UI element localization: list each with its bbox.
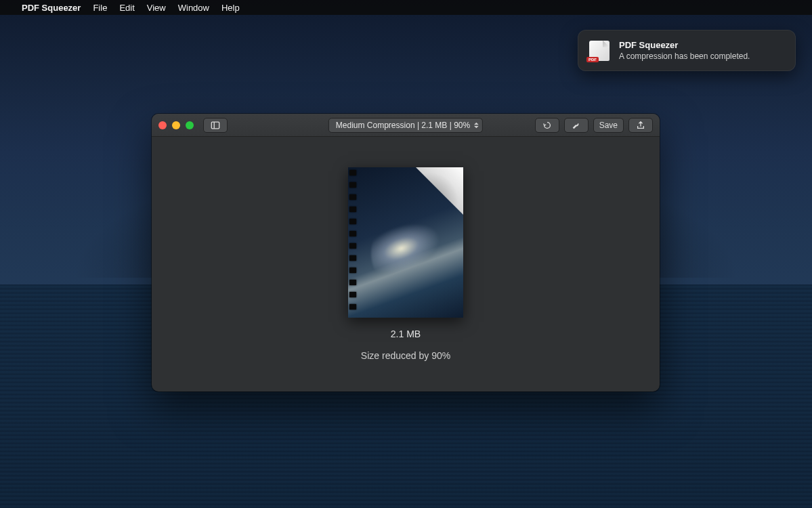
window-zoom-button[interactable] <box>186 121 194 129</box>
svg-marker-3 <box>474 125 479 128</box>
menubar-item-edit[interactable]: Edit <box>119 3 134 13</box>
menubar-item-window[interactable]: Window <box>178 3 209 13</box>
file-size-label: 2.1 MB <box>391 329 421 339</box>
notification-title: PDF Squeezer <box>619 40 750 50</box>
window-traffic-lights <box>158 121 194 129</box>
menubar-item-help[interactable]: Help <box>221 3 240 13</box>
page-curl-icon <box>416 167 463 215</box>
revert-button[interactable] <box>535 118 559 133</box>
window-close-button[interactable] <box>158 121 167 129</box>
save-button-label: Save <box>599 121 618 130</box>
window-minimize-button[interactable] <box>172 121 180 129</box>
notification-message: A compression has been completed. <box>619 51 750 61</box>
save-button[interactable]: Save <box>593 118 624 133</box>
wrench-icon <box>572 121 581 130</box>
stepper-chevrons-icon <box>474 122 479 128</box>
svg-rect-0 <box>211 122 219 129</box>
svg-marker-2 <box>474 122 479 125</box>
reduction-label: Size reduced by 90% <box>361 350 450 361</box>
menubar-item-view[interactable]: View <box>147 3 166 13</box>
macos-menubar: PDF Squeezer File Edit View Window Help <box>0 0 812 15</box>
undo-arrow-icon <box>542 121 552 130</box>
share-button[interactable] <box>628 118 653 133</box>
app-window: Medium Compression | 2.1 MB | 90% Save <box>152 114 660 391</box>
notification-banner[interactable]: PDF PDF Squeezer A compression has been … <box>578 30 796 71</box>
compression-profile-label: Medium Compression | 2.1 MB | 90% <box>336 121 470 130</box>
window-titlebar[interactable]: Medium Compression | 2.1 MB | 90% Save <box>152 114 660 137</box>
notification-app-icon: PDF <box>589 41 610 61</box>
sidebar-icon <box>211 121 220 130</box>
share-icon <box>636 121 645 130</box>
document-thumbnail[interactable] <box>348 167 463 318</box>
pdf-badge: PDF <box>586 57 599 62</box>
toggle-sidebar-button[interactable] <box>203 118 228 133</box>
window-content: 2.1 MB Size reduced by 90% <box>152 137 660 391</box>
settings-button[interactable] <box>564 118 589 133</box>
menubar-item-file[interactable]: File <box>93 3 107 13</box>
menubar-app-name[interactable]: PDF Squeezer <box>22 3 81 13</box>
compression-profile-select[interactable]: Medium Compression | 2.1 MB | 90% <box>328 118 483 133</box>
